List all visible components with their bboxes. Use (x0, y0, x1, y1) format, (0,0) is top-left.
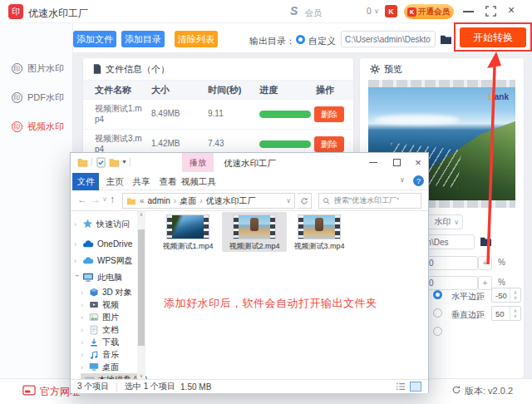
h-margin-value: -50 (495, 291, 507, 300)
minimize-button[interactable] (463, 11, 474, 12)
tab-home[interactable]: 主页 (102, 173, 127, 190)
scrollbar-up-icon[interactable]: ∧ (137, 211, 145, 217)
file-item[interactable]: 视频测试1.mp4 (157, 214, 219, 239)
breadcrumb-segment[interactable]: 优速水印工厂 (206, 195, 256, 207)
nav-desktop[interactable]: ›桌面 (81, 361, 119, 373)
coin-count[interactable]: 0 (367, 7, 372, 16)
explorer-close-button[interactable]: × (408, 153, 428, 172)
close-button[interactable]: × (508, 3, 515, 17)
nav-scrollbar[interactable]: ∧ ∨ (137, 211, 145, 380)
breadcrumb[interactable]: « admin › 桌面 › 优速水印工厂 ∨ (122, 193, 295, 209)
tab-video-tools[interactable]: 视频工具 (180, 173, 217, 190)
add-file-button[interactable]: 添加文件 (73, 31, 116, 47)
video-icon (89, 300, 99, 309)
breadcrumb-segment[interactable]: admin (148, 196, 170, 205)
nav-label: 视频 (102, 299, 119, 311)
nav-quick-access[interactable]: ›快速访问 (74, 218, 130, 230)
nav-label: 3D 对象 (102, 287, 132, 298)
nav-onedrive[interactable]: ›OneDrive (74, 238, 132, 250)
position-radio-1[interactable] (433, 290, 442, 299)
address-dropdown-icon[interactable]: ∨ (286, 197, 291, 204)
h-margin-spinner[interactable]: -50 ∧∨ (491, 288, 521, 303)
file-item[interactable]: 视频测试3.mp4 (288, 214, 350, 239)
tab-file[interactable]: 文件 (72, 173, 99, 190)
spinner-arrows-icon[interactable]: ∧∨ (510, 307, 520, 320)
k-logo-icon: K (385, 5, 397, 17)
nav-this-pc[interactable]: ›此电脑 (74, 271, 122, 283)
browse-folder-icon[interactable] (440, 34, 452, 45)
nav-music[interactable]: ›音乐 (81, 348, 119, 361)
folder-icon[interactable] (77, 158, 88, 167)
details-view-icon[interactable] (396, 382, 406, 391)
vip-button-label: 开通会员 (418, 7, 450, 17)
progress-bar (259, 111, 311, 118)
sidebar-item-image-watermark[interactable]: 印图片水印 (0, 58, 73, 78)
properties-icon[interactable] (96, 157, 106, 168)
output-dir-label: 输出目录： (249, 35, 295, 47)
clear-list-button[interactable]: 清除列表 (175, 31, 218, 47)
table-row: 视频测试1.mp4 8.49MB 9.11 删除 (83, 100, 353, 130)
position-radio-3[interactable] (433, 327, 442, 336)
breadcrumb-segment[interactable]: 桌面 (180, 195, 196, 207)
vip-button[interactable]: K 开通会员 (404, 4, 454, 19)
maximize-button[interactable] (485, 6, 496, 17)
nav-wps-drive[interactable]: ›WPS网盘 (74, 254, 133, 267)
history-chevron-icon[interactable]: ∨ (102, 195, 107, 203)
plus-stepper-button[interactable]: + (478, 276, 492, 290)
nav-documents[interactable]: ›文档 (81, 323, 119, 336)
file-item-selected[interactable]: 视频测试2.mp4 (222, 212, 287, 252)
nav-downloads[interactable]: ›下载 (81, 336, 119, 348)
search-input[interactable]: 搜索"优速水印工厂" (318, 193, 421, 209)
thumbnail-view-icon[interactable] (410, 382, 421, 392)
breadcrumb-ellipsis[interactable]: « (140, 196, 145, 205)
sidebar-item-video-watermark[interactable]: 印视频水印 (0, 116, 73, 136)
nav-label: 文档 (102, 324, 119, 336)
video-thumbnail (166, 214, 209, 239)
plus-stepper-button[interactable]: + (478, 256, 492, 270)
scrollbar-thumb[interactable] (138, 229, 145, 346)
breadcrumb-separator: › (200, 196, 202, 205)
status-selected-size: 1.50 MB (180, 382, 211, 392)
nav-3d-objects[interactable]: ›3D 对象 (81, 286, 132, 298)
chevron-down-icon[interactable]: ∨ (374, 7, 379, 15)
custom-output-radio[interactable] (296, 35, 305, 44)
delete-button[interactable]: 删除 (314, 136, 344, 152)
thumbnail-image (239, 215, 270, 239)
filmstrip-edge (270, 215, 275, 239)
file-name-label: 视频测试3.mp4 (288, 241, 350, 252)
output-path-input[interactable]: C:\Users\admin\Deskto (341, 31, 436, 47)
back-icon[interactable]: ← (77, 194, 87, 205)
sidebar-item-pdf-watermark[interactable]: 印PDF水印 (0, 87, 73, 107)
stamp-icon: 印 (12, 121, 22, 132)
version-label: 版本: v2.0.2 (465, 385, 513, 397)
position-radio-2[interactable] (433, 308, 442, 318)
scrollbar-down-icon[interactable]: ∨ (137, 372, 145, 378)
row-time: 7.43 (208, 139, 224, 150)
help-icon[interactable]: ? (413, 175, 424, 186)
refresh-button[interactable] (297, 193, 312, 209)
explorer-minimize-button[interactable] (363, 153, 383, 172)
explorer-window: | ▼ | 播放 优速水印工厂 × 文件 主页 共享 查看 视频工具 ∨ ? ←… (70, 152, 429, 393)
folder-icon[interactable] (480, 236, 492, 247)
spinner-arrows-icon[interactable]: ∧∨ (510, 288, 520, 302)
ribbon-expand-icon[interactable]: ∨ (400, 176, 405, 184)
v-margin-spinner[interactable]: 50 ∧∨ (491, 306, 521, 321)
tab-share[interactable]: 共享 (129, 173, 154, 190)
table-header-row: 文件名称 大小 时间(秒) 进度 操作 (83, 80, 353, 100)
qat-dropdown-icon[interactable]: ▼ (121, 159, 127, 165)
explorer-maximize-button[interactable] (387, 153, 406, 172)
nav-label: 快速访问 (96, 219, 130, 230)
col-time: 时间(秒) (208, 84, 241, 96)
tab-view[interactable]: 查看 (155, 173, 180, 190)
up-icon[interactable]: ↑ (110, 194, 115, 205)
nav-pictures[interactable]: ›图片 (81, 311, 119, 323)
nav-videos[interactable]: ›视频 (81, 298, 119, 311)
desktop-icon (89, 362, 99, 372)
delete-button[interactable]: 删除 (314, 106, 344, 122)
filmstrip-edge (335, 215, 340, 239)
percent-label: % (498, 258, 505, 267)
star-icon (82, 219, 93, 229)
add-directory-button[interactable]: 添加目录 (121, 31, 165, 47)
forward-icon[interactable]: → (91, 194, 101, 205)
new-folder-icon[interactable] (109, 158, 120, 167)
